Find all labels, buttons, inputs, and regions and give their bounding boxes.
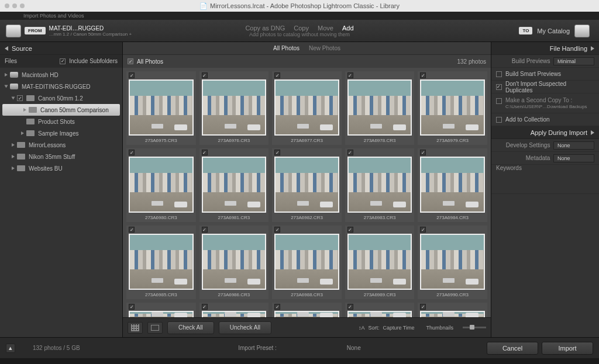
uncheck-all-button[interactable]: Uncheck All [219,321,271,334]
thumbnail-cell[interactable]: ✓ [199,303,269,317]
collapse-apply-icon[interactable] [591,130,594,135]
thumbnail-cell[interactable]: ✓273A6982.CR3 [272,148,342,222]
thumbnail-cell[interactable]: ✓273A6975.CR3 [126,71,196,145]
photo-checkbox[interactable]: ✓ [347,72,353,78]
disclosure-icon[interactable] [12,167,15,170]
thumbnail-cell[interactable]: ✓273A6979.CR3 [418,71,487,145]
photo-thumbnail[interactable] [420,157,485,213]
photo-thumbnail[interactable] [129,311,194,317]
photo-checkbox[interactable]: ✓ [202,72,208,78]
second-copy-checkbox[interactable] [496,98,502,104]
thumbnail-cell[interactable]: ✓273A6980.CR3 [126,148,196,222]
disclosure-icon[interactable] [23,108,26,112]
photo-thumbnail[interactable] [274,311,339,317]
sort-value[interactable]: Capture Time [383,325,414,331]
photo-thumbnail[interactable] [274,157,339,213]
photo-checkbox[interactable]: ✓ [420,227,426,233]
photo-thumbnail[interactable] [202,234,267,290]
thumbnail-cell[interactable]: ✓ [272,303,342,317]
grid-view-button[interactable] [128,322,143,334]
mode-copy[interactable]: Copy [294,25,309,32]
photo-checkbox[interactable]: ✓ [420,150,426,155]
collapse-left-icon[interactable] [5,46,8,51]
disclosure-icon[interactable] [12,143,15,147]
add-collection-checkbox[interactable] [496,117,502,123]
photo-checkbox[interactable]: ✓ [202,227,208,233]
tree-item[interactable]: Macintosh HD [0,69,122,81]
thumbnail-cell[interactable]: ✓ [126,303,196,317]
photo-thumbnail[interactable] [129,234,194,290]
photo-thumbnail[interactable] [347,311,412,317]
photo-thumbnail[interactable] [347,234,412,290]
photo-thumbnail[interactable] [274,79,339,136]
tree-item[interactable]: Product Shots [0,116,122,127]
thumbnail-cell[interactable]: ✓273A6986.CR3 [199,226,269,299]
photo-checkbox[interactable]: ✓ [347,150,353,155]
thumbnail-cell[interactable]: ✓273A6990.CR3 [418,226,487,299]
apply-during-import-header[interactable]: Apply During Import [491,126,599,139]
tree-item[interactable]: ✓Canon 50mm 1.2 [0,92,122,104]
photo-checkbox[interactable]: ✓ [202,150,208,155]
dup-checkbox[interactable]: ✓ [496,84,502,90]
expand-footer-button[interactable]: ▴ [6,344,15,353]
photo-thumbnail[interactable] [129,79,194,136]
thumbnail-cell[interactable]: ✓273A6988.CR3 [272,226,342,299]
thumbnail-size-slider[interactable] [463,327,486,328]
tree-item[interactable]: MirrorLessons [0,139,122,151]
photo-thumbnail[interactable] [129,157,194,213]
photo-checkbox[interactable]: ✓ [129,227,135,233]
sort-az-icon[interactable]: ↕A [359,325,365,331]
photo-thumbnail[interactable] [274,234,339,290]
photo-thumbnail[interactable] [347,157,412,213]
tree-item[interactable]: Websites BU [0,162,122,174]
thumbnail-cell[interactable]: ✓273A6985.CR3 [126,226,196,299]
thumbnail-cell[interactable]: ✓273A6981.CR3 [199,148,269,222]
tree-item[interactable]: MAT-EDITINGS-RUGGED [0,81,122,92]
thumbnail-cell[interactable]: ✓273A6978.CR3 [345,71,415,145]
photo-checkbox[interactable]: ✓ [274,304,280,310]
source-name[interactable]: MAT-EDI…RUGGED [49,25,132,32]
tab-all-photos[interactable]: All Photos [273,45,300,51]
photo-checkbox[interactable]: ✓ [129,72,135,78]
build-previews-select[interactable]: Minimal [553,57,594,65]
mode-add[interactable]: Add [342,25,354,32]
photo-checkbox[interactable]: ✓ [420,72,426,78]
thumbnail-cell[interactable]: ✓ [418,303,487,317]
disclosure-icon[interactable] [5,73,8,77]
import-button[interactable]: Import [542,342,593,355]
photo-thumbnail[interactable] [202,157,267,213]
tree-item[interactable]: Sample Images [0,127,122,139]
photo-checkbox[interactable]: ✓ [274,72,280,78]
photo-thumbnail[interactable] [202,311,267,317]
thumbnail-cell[interactable]: ✓ [345,303,415,317]
import-preset-value[interactable]: None [347,345,361,351]
keywords-label[interactable]: Keywords [491,165,599,194]
tree-item[interactable]: Nikon 35mm Stuff [0,151,122,162]
source-panel-header[interactable]: Source [0,42,122,55]
tab-new-photos[interactable]: New Photos [309,45,340,51]
tree-item[interactable]: Canon 50mm Comparison [2,104,120,116]
file-handling-header[interactable]: File Handling [491,42,599,55]
destination-catalog[interactable]: My Catalog [537,27,570,34]
collapse-right-icon[interactable] [591,46,594,51]
thumbnail-cell[interactable]: ✓273A6983.CR3 [345,148,415,222]
loupe-view-button[interactable] [147,322,163,334]
select-all-checkbox[interactable]: ✓ [128,58,133,64]
thumbnail-cell[interactable]: ✓273A6977.CR3 [272,71,342,145]
photo-thumbnail[interactable] [202,79,267,136]
photo-checkbox[interactable]: ✓ [129,150,135,155]
thumbnail-cell[interactable]: ✓273A6984.CR3 [418,148,487,222]
check-all-button[interactable]: Check All [167,321,214,334]
folder-checkbox[interactable]: ✓ [17,95,23,101]
cancel-button[interactable]: Cancel [487,342,538,355]
photo-checkbox[interactable]: ✓ [347,227,353,233]
disclosure-icon[interactable] [5,85,8,88]
mode-copy-dng[interactable]: Copy as DNG [245,25,285,32]
disclosure-icon[interactable] [21,131,24,135]
photo-checkbox[interactable]: ✓ [274,150,280,155]
photo-checkbox[interactable]: ✓ [274,227,280,233]
photo-checkbox[interactable]: ✓ [202,304,208,310]
metadata-select[interactable]: None [553,154,594,162]
photo-checkbox[interactable]: ✓ [347,304,353,310]
photo-thumbnail[interactable] [420,234,485,290]
